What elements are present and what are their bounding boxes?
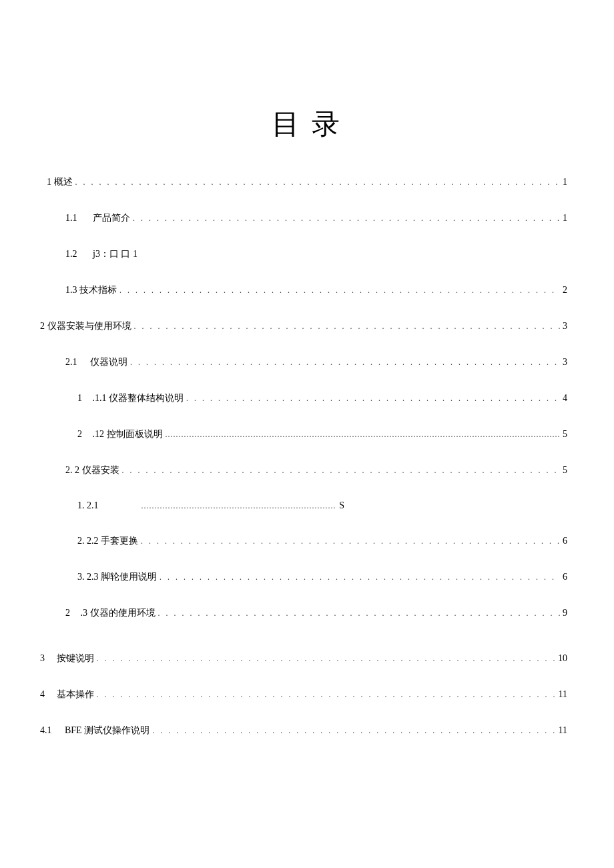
toc-page: 6 (563, 572, 567, 582)
toc-row: 1.1 产品简介 1 (47, 212, 567, 224)
toc-label: 2. 2 仪器安装 (65, 464, 119, 476)
toc-page: 2 (563, 285, 567, 296)
toc-page: 10 (558, 653, 567, 664)
toc-row: 1 概述 1 (47, 176, 567, 188)
toc-label: 1 概述 (47, 176, 73, 188)
toc-leader (152, 726, 555, 736)
toc-row: 2.1 仪器说明 3 (47, 356, 567, 368)
toc-row: 2. 2.2 手套更换 6 (47, 535, 567, 547)
toc-row: 1.3 技术指标 2 (47, 284, 567, 296)
toc-leader (75, 177, 561, 187)
toc-leader (97, 690, 556, 700)
toc-label: 2 仪器安装与使用环境 (40, 320, 131, 332)
toc-label: 3 按键说明 (40, 653, 94, 665)
toc-row: 2 仪器安装与使用环境 3 (40, 320, 567, 332)
toc-label: 2 .12 控制面板说明 (77, 428, 163, 440)
toc-leader (186, 394, 560, 404)
toc-row: 2 .12 控制面板说明 5 (47, 428, 567, 440)
toc-leader (141, 501, 337, 511)
toc-leader (134, 322, 561, 332)
toc-page: 11 (559, 725, 567, 736)
toc-row: 1.2 j3：口 口 1 (47, 248, 567, 260)
toc-row: 2. 2 仪器安装 5 (47, 464, 567, 476)
toc-label: 1.1 产品简介 (65, 212, 130, 224)
toc-page: 6 (563, 536, 567, 546)
toc-label: 4 基本操作 (40, 689, 94, 701)
toc-page: 5 (563, 429, 567, 440)
toc-page: S (339, 500, 344, 511)
toc-label: 2.1 仪器说明 (65, 356, 127, 368)
toc-page: 3 (563, 357, 567, 368)
toc-label: 2. 2.2 手套更换 (77, 535, 138, 547)
toc-page: 1 (563, 213, 567, 224)
toc-page: 9 (563, 608, 567, 618)
toc-label: 1.3 技术指标 (65, 284, 117, 296)
toc-label: 2 .3 仪器的使用环境 (65, 607, 156, 619)
toc-page: 5 (563, 465, 567, 476)
toc-label: 1. 2.1 (77, 500, 99, 511)
toc-leader (158, 608, 561, 618)
toc-row: 3. 2.3 脚轮使用说明 6 (47, 571, 567, 583)
toc-label: 4.1 BFE 测试仪操作说明 (40, 725, 149, 737)
toc-row: 3 按键说明 10 (40, 653, 567, 665)
toc-label: 3. 2.3 脚轮使用说明 (77, 571, 157, 583)
toc-leader (166, 430, 561, 440)
toc-page: 3 (563, 321, 567, 332)
toc-row: 2 .3 仪器的使用环境 9 (47, 607, 567, 619)
toc-label: 1 .1.1 仪器整体结构说明 (77, 392, 184, 404)
toc-leader (133, 213, 560, 224)
toc-leader (130, 358, 560, 368)
toc-leader (119, 286, 560, 296)
toc-row: 1. 2.1 S (47, 500, 344, 511)
toc-page: 11 (559, 689, 567, 700)
toc-page: 1 (563, 177, 567, 187)
toc-leader (97, 654, 556, 664)
toc-row: 4 基本操作 11 (40, 689, 567, 701)
toc-label: 1.2 j3：口 口 1 (65, 248, 137, 260)
toc-row: 1 .1.1 仪器整体结构说明 4 (47, 392, 567, 404)
toc-row: 4.1 BFE 测试仪操作说明 11 (40, 725, 567, 737)
toc-page: 4 (563, 393, 567, 404)
toc-title: 目 录 (47, 105, 567, 143)
toc-leader (141, 536, 560, 546)
toc-leader (160, 572, 560, 582)
toc-leader (122, 466, 561, 476)
